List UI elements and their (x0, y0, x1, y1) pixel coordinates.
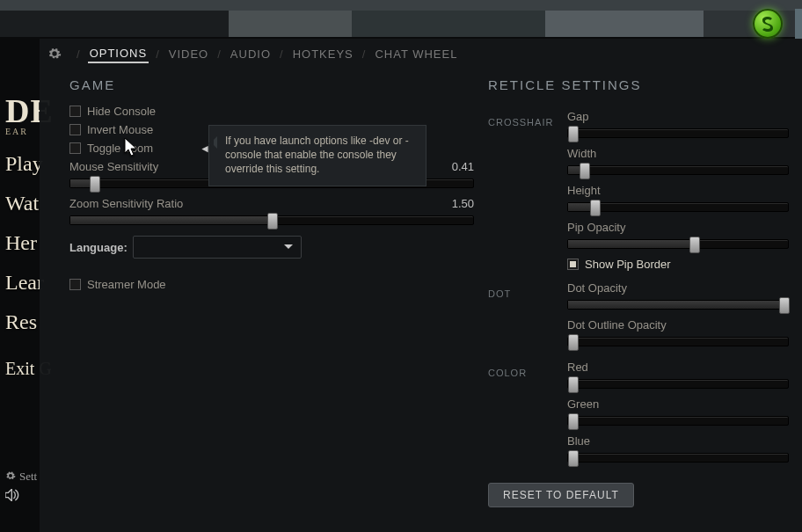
reticle-section-title: RETICLE SETTINGS (488, 77, 796, 92)
settings-panel: / OPTIONS / VIDEO / AUDIO / HOTKEYS / CH… (40, 39, 802, 532)
settings-tabs: / OPTIONS / VIDEO / AUDIO / HOTKEYS / CH… (40, 39, 802, 69)
show-pip-border-checkbox[interactable]: Show Pip Border (567, 258, 796, 271)
red-slider[interactable]: Red (567, 361, 796, 389)
menu-settings[interactable]: Sett (5, 470, 37, 484)
language-row: Language: (69, 236, 474, 259)
language-label: Language: (69, 241, 128, 254)
checkbox-box[interactable] (69, 124, 81, 135)
pip-opacity-slider[interactable]: Pip Opacity (567, 221, 796, 249)
currency-button[interactable] (753, 9, 783, 39)
tab-audio[interactable]: AUDIO (229, 46, 273, 62)
mouse-cursor-icon (124, 137, 140, 160)
checkbox-box[interactable] (69, 142, 81, 154)
zoom-sensitivity-value: 1.50 (452, 197, 474, 210)
right-edge-panel (795, 9, 802, 39)
hide-console-checkbox[interactable]: Hide Console (69, 105, 474, 118)
toggle-zoom-label: Toggle Zoom (87, 142, 153, 155)
volume-icon[interactable] (5, 489, 19, 505)
gear-icon[interactable] (40, 47, 69, 61)
show-pip-border-label: Show Pip Border (585, 258, 671, 271)
zoom-sensitivity-slider[interactable]: Zoom Sensitivity Ratio 1.50 (69, 197, 474, 225)
checkbox-box[interactable] (69, 106, 81, 117)
checkbox-box[interactable] (69, 279, 81, 290)
checkbox-box[interactable] (567, 259, 579, 270)
invert-mouse-label: Invert Mouse (87, 123, 153, 136)
dot-opacity-slider[interactable]: Dot Opacity (567, 281, 796, 310)
console-tooltip: If you have launch options like -dev or … (208, 125, 427, 186)
tab-chatwheel[interactable]: CHAT WHEEL (373, 46, 459, 62)
tab-hotkeys[interactable]: HOTKEYS (291, 46, 355, 62)
chevron-down-icon (283, 243, 294, 251)
tab-video[interactable]: VIDEO (167, 46, 210, 62)
crosshair-subhead: CROSSHAIR (488, 117, 567, 271)
gap-slider[interactable]: Gap (567, 110, 796, 138)
mouse-sensitivity-value: 0.41 (452, 160, 474, 173)
height-slider[interactable]: Height (567, 184, 796, 212)
game-column: GAME Hide Console Invert Mouse Toggle Zo… (69, 77, 474, 296)
blue-slider[interactable]: Blue (567, 434, 796, 463)
green-slider[interactable]: Green (567, 397, 796, 426)
tab-options[interactable]: OPTIONS (88, 45, 149, 63)
language-dropdown[interactable] (133, 236, 302, 259)
dot-outline-opacity-slider[interactable]: Dot Outline Opacity (567, 318, 796, 346)
hide-console-label: Hide Console (87, 105, 156, 118)
color-subhead: COLOR (488, 368, 567, 466)
dot-subhead: DOT (488, 288, 567, 350)
game-section-title: GAME (69, 77, 474, 92)
streamer-mode-label: Streamer Mode (87, 278, 166, 291)
streamer-mode-checkbox[interactable]: Streamer Mode (69, 278, 474, 291)
reticle-column: RETICLE SETTINGS CROSSHAIR Gap Width Hei… (488, 77, 796, 471)
reset-to-default-button[interactable]: RESET TO DEFAULT (488, 483, 634, 507)
width-slider[interactable]: Width (567, 147, 796, 175)
